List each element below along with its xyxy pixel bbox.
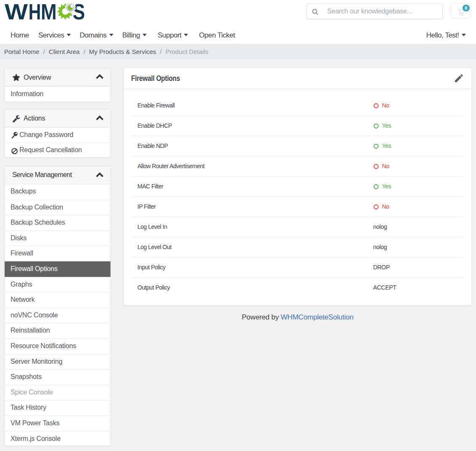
svg-text:H: H (29, 0, 41, 24)
svg-text:M: M (41, 0, 57, 24)
svg-text:W: W (5, 0, 28, 24)
svg-text:S: S (73, 0, 85, 24)
